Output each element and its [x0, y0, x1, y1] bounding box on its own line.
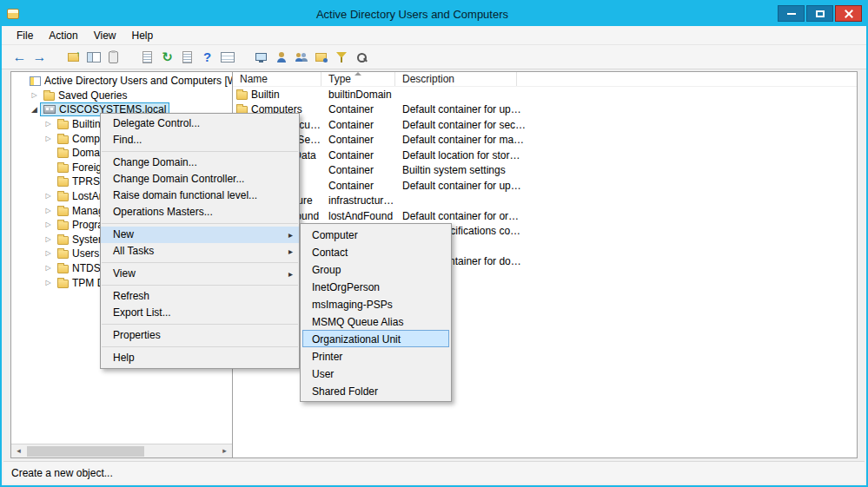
context-menu-item-delegate-control[interactable]: Delegate Control...	[101, 115, 299, 132]
folder-icon	[57, 121, 69, 129]
add-user-icon[interactable]	[272, 48, 290, 66]
collapsed-arrow-icon[interactable]: ▷	[43, 233, 54, 247]
submenu-arrow-icon: ▸	[288, 243, 293, 260]
menu-separator	[102, 324, 298, 325]
menu-separator	[102, 285, 298, 286]
menu-action[interactable]: Action	[41, 27, 85, 44]
list-cell-type: Container	[321, 134, 395, 146]
new-menu-item-msmq-queue-alias[interactable]: MSMQ Queue Alias	[302, 313, 449, 330]
list-cell-type: Container	[321, 180, 395, 192]
tree-item-saved-queries[interactable]: ▷Saved Queries	[11, 89, 232, 103]
back-icon[interactable]: ←	[10, 48, 29, 66]
menu-separator	[102, 262, 298, 263]
list-row-lostandfound[interactable]: LostAndFoundlostAndFoundDefault containe…	[233, 208, 857, 224]
help-icon[interactable]: ?	[198, 48, 216, 66]
add-group-icon[interactable]	[292, 48, 310, 66]
show-console-tree-icon[interactable]	[84, 48, 103, 66]
tree-item-label: Users	[72, 247, 99, 260]
collapsed-arrow-icon[interactable]: ▷	[43, 204, 54, 218]
change-dc-icon[interactable]	[252, 48, 270, 66]
list-row-program-data[interactable]: Program DataContainerDefault location fo…	[233, 148, 857, 163]
list-row-users[interactable]: UsersContainerDefault container for up…	[233, 178, 857, 194]
context-menu-item-change-domain[interactable]: Change Domain...	[101, 155, 299, 171]
context-menu-item-view[interactable]: View▸	[101, 266, 299, 282]
scroll-left-arrow-icon[interactable]: ◂	[11, 444, 26, 457]
new-menu-item-group[interactable]: Group	[302, 260, 449, 278]
list-row-infrastructure[interactable]: InfrastructureinfrastructureUpdate	[233, 194, 857, 209]
new-menu-item-computer[interactable]: Computer	[302, 226, 449, 243]
tree-horizontal-scrollbar[interactable]: ◂ ▸	[11, 444, 232, 457]
scrollbar-thumb[interactable]	[27, 446, 144, 457]
new-menu-item-organizational-unit[interactable]: Organizational Unit	[302, 330, 449, 347]
context-menu-item-all-tasks[interactable]: All Tasks▸	[101, 243, 299, 260]
console-icon	[30, 76, 41, 86]
context-menu-item-operations-masters[interactable]: Operations Masters...	[101, 204, 299, 220]
list-cell-type: Container	[321, 119, 395, 131]
export-list-icon[interactable]	[138, 48, 156, 66]
new-menu-item-user[interactable]: User	[302, 365, 449, 382]
new-menu-item-shared-folder[interactable]: Shared Folder	[302, 382, 449, 399]
context-menu-item-raise-domain-functional-level[interactable]: Raise domain functional level...	[101, 188, 299, 204]
list-cell-description: Default location for stor…	[395, 149, 857, 161]
context-menu-item-refresh[interactable]: Refresh	[101, 288, 299, 305]
column-header-name[interactable]: Name	[233, 72, 321, 86]
maximize-button[interactable]	[806, 5, 833, 22]
context-menu-item-help[interactable]: Help	[101, 350, 299, 366]
column-header-description[interactable]: Description	[395, 72, 517, 86]
new-menu-item-msimaging-psps[interactable]: msImaging-PSPs	[302, 295, 449, 313]
context-menu: Delegate Control...Find...Change Domain.…	[100, 113, 300, 369]
collapsed-arrow-icon[interactable]: ▷	[43, 261, 54, 275]
add-ou-icon[interactable]	[312, 48, 330, 66]
menu-file[interactable]: File	[9, 27, 41, 44]
collapsed-arrow-icon[interactable]: ▷	[43, 247, 54, 260]
list-row-managed-service-accounts[interactable]: Managed Service AccountsContainerDefault…	[233, 133, 857, 148]
folder-icon	[43, 92, 55, 101]
context-menu-item-export-list[interactable]: Export List...	[101, 305, 299, 321]
properties-icon[interactable]	[104, 48, 123, 66]
collapsed-arrow-icon[interactable]: ▷	[43, 218, 54, 232]
new-menu-item-contact[interactable]: Contact	[302, 243, 449, 260]
forward-icon[interactable]: →	[30, 48, 49, 66]
list-header: NameTypeDescription	[233, 72, 857, 87]
scroll-right-arrow-icon[interactable]: ▸	[217, 444, 232, 457]
context-menu-item-properties[interactable]: Properties	[101, 327, 299, 344]
up-level-icon[interactable]	[64, 48, 83, 66]
menu-separator	[102, 151, 298, 152]
list-row-computers[interactable]: ComputersContainerDefault container for …	[233, 102, 857, 118]
list-row-foreignsecurityprincipals[interactable]: ForeignSecurityPrincipalsContainerDefaul…	[233, 117, 857, 133]
folder-icon	[57, 236, 69, 245]
collapsed-arrow-icon[interactable]: ▷	[43, 117, 54, 131]
folder-icon	[57, 207, 69, 216]
new-menu-item-inetorgperson[interactable]: InetOrgPerson	[302, 278, 449, 295]
filter-icon[interactable]	[332, 48, 350, 66]
save-icon[interactable]	[178, 48, 196, 66]
refresh-icon[interactable]: ↻	[158, 48, 176, 66]
table-view-icon[interactable]	[218, 48, 236, 66]
minimize-button[interactable]	[778, 5, 805, 22]
collapsed-arrow-icon[interactable]: ▷	[43, 276, 54, 290]
list-row-builtin[interactable]: BuiltinbuiltinDomain	[233, 87, 857, 102]
collapsed-arrow-icon[interactable]: ▷	[29, 89, 40, 102]
find-icon[interactable]	[352, 48, 370, 66]
menu-help[interactable]: Help	[124, 27, 162, 44]
context-menu-item-find[interactable]: Find...	[101, 132, 299, 148]
aduc-window: Active Directory Users and Computers Fil…	[0, 0, 868, 487]
collapsed-arrow-icon[interactable]: ▷	[43, 189, 54, 203]
statusbar: Create a new object...	[3, 461, 865, 484]
menubar: FileActionViewHelp	[2, 26, 866, 45]
tree-item-active-directory-users-and-computers-win-a0[interactable]: Active Directory Users and Computers [WI…	[11, 74, 232, 89]
new-submenu: ComputerContactGroupInetOrgPersonmsImagi…	[300, 223, 452, 402]
menu-view[interactable]: View	[86, 27, 124, 44]
context-menu-item-new[interactable]: New▸	[101, 227, 299, 243]
column-header-type[interactable]: Type	[321, 72, 395, 86]
titlebar[interactable]: Active Directory Users and Computers	[2, 2, 866, 26]
folder-icon	[57, 135, 69, 144]
collapsed-arrow-icon[interactable]: ▷	[43, 132, 54, 146]
folder-icon	[57, 193, 69, 201]
context-menu-item-change-domain-controller[interactable]: Change Domain Controller...	[101, 171, 299, 188]
new-menu-item-printer[interactable]: Printer	[302, 347, 449, 365]
list-row-system[interactable]: SystemContainerBuiltin system settings	[233, 163, 857, 179]
window-title: Active Directory Users and Computers	[54, 8, 771, 21]
expanded-arrow-icon[interactable]: ◢	[29, 102, 40, 116]
close-button[interactable]	[835, 5, 862, 22]
